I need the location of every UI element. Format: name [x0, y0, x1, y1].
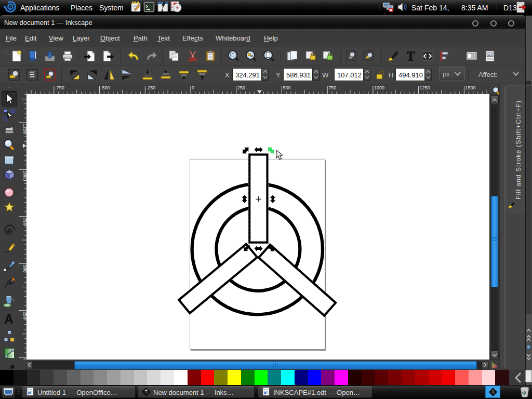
- svg-text:1500: 1500: [465, 85, 475, 90]
- svg-text:250: 250: [237, 85, 245, 90]
- svg-text:750: 750: [22, 218, 26, 225]
- svg-text:1250: 1250: [420, 85, 430, 90]
- svg-text:-750: -750: [55, 85, 64, 90]
- svg-text:-500: -500: [101, 85, 110, 90]
- svg-text:500: 500: [22, 264, 26, 272]
- svg-text:1000: 1000: [374, 85, 384, 90]
- svg-text:500: 500: [283, 85, 290, 90]
- svg-text:Fill and Stroke (Shift+Ctrl+F): Fill and Stroke (Shift+Ctrl+F): [515, 100, 522, 200]
- svg-text:1250: 1250: [22, 124, 26, 134]
- svg-text:0: 0: [192, 85, 194, 90]
- svg-text:-250: -250: [146, 85, 155, 90]
- svg-text:750: 750: [328, 85, 336, 90]
- svg-text:1000: 1000: [22, 170, 26, 181]
- svg-text:250: 250: [22, 312, 26, 320]
- svg-text:0: 0: [22, 358, 26, 360]
